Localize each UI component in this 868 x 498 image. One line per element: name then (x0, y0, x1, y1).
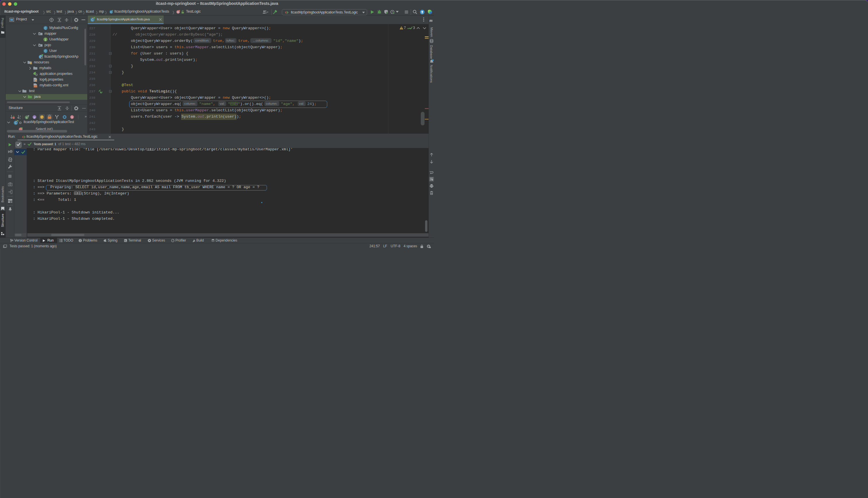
svg-text:λ: λ (72, 116, 73, 119)
svg-text:C: C (44, 27, 47, 30)
svg-text:m: m (177, 11, 179, 13)
svg-text:C: C (110, 11, 112, 13)
svg-text:z: z (20, 117, 21, 119)
svg-text:C: C (44, 50, 47, 53)
svg-text:C: C (91, 18, 93, 22)
svg-text:<>: <> (34, 86, 37, 88)
svg-text:I: I (44, 38, 46, 42)
svg-text:f: f (41, 116, 43, 119)
svg-text:p: p (34, 116, 35, 119)
svg-text:C: C (15, 121, 17, 124)
svg-text:c: c (26, 116, 28, 119)
svg-text:9: 9 (10, 150, 12, 153)
